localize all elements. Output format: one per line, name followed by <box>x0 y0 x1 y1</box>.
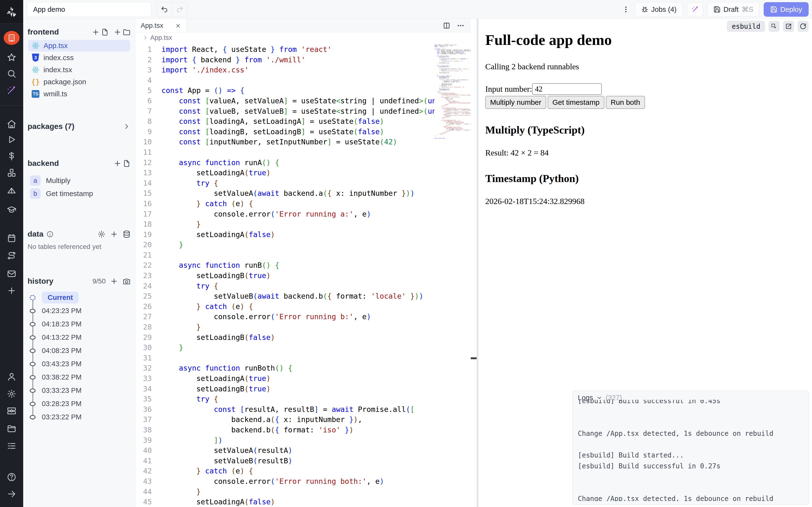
code-line[interactable]: 21 <box>135 250 435 261</box>
multiply-number-button[interactable]: Multiply number <box>485 96 546 109</box>
code-line[interactable]: 18 } <box>135 219 435 230</box>
code-line[interactable]: 45 setLoadingA(false) <box>135 497 435 507</box>
rail-item-search[interactable] <box>0 68 23 79</box>
rail-item-user[interactable] <box>0 371 23 382</box>
code-line[interactable]: 24 try { <box>135 281 435 291</box>
refresh-preview-button[interactable] <box>798 21 809 32</box>
rail-item-star[interactable] <box>0 52 23 63</box>
file-item-app-tsx[interactable]: App.tsx <box>28 40 130 51</box>
code-line[interactable]: 16 } catch (e) { <box>135 199 435 209</box>
history-entry[interactable]: 04:23:23 PM <box>28 304 131 318</box>
code-line[interactable]: 29 setLoadingB(false) <box>135 332 435 343</box>
code-line[interactable]: 34 setLoadingB(true) <box>135 384 435 394</box>
code-line[interactable]: 35 try { <box>135 394 435 404</box>
rail-item-mail[interactable] <box>0 269 23 279</box>
code-line[interactable]: 41 setValueB(resultB) <box>135 456 435 466</box>
code-line[interactable]: 15 setValueA(await backend.a({ x: inputN… <box>135 188 435 199</box>
rail-item-home[interactable] <box>0 119 23 129</box>
code-line[interactable]: 6 const [valueA, setValueA] = useState<s… <box>135 96 435 106</box>
code-line[interactable]: 33 setLoadingA(true) <box>135 374 435 384</box>
file-item-index-tsx[interactable]: index.tsx <box>28 64 130 75</box>
history-entry[interactable]: 04:08:23 PM <box>28 344 131 357</box>
add-runnable-button[interactable] <box>113 159 131 168</box>
draft-button[interactable]: Draft ⌘S <box>707 2 759 17</box>
inspect-element-button[interactable] <box>768 21 779 32</box>
code-line[interactable]: 26 } catch (e) { <box>135 301 435 312</box>
code-line[interactable]: 38 backend.b({ format: 'iso' }) <box>135 425 435 435</box>
rail-item-building-active[interactable] <box>0 31 23 45</box>
rail-item-route[interactable] <box>0 250 23 261</box>
input-number-field[interactable] <box>532 83 602 95</box>
rail-item-wand[interactable] <box>0 85 23 96</box>
add-snapshot-button[interactable] <box>110 277 118 285</box>
code-line[interactable]: 12 async function runA() { <box>135 158 435 168</box>
rail-item-dollar[interactable] <box>0 151 23 162</box>
code-line[interactable]: 19 setLoadingA(false) <box>135 230 435 240</box>
tab-app-tsx[interactable]: App.tsx <box>135 19 187 32</box>
ai-wand-button[interactable] <box>687 2 703 17</box>
code-line[interactable]: 1import React, { useState } from 'react' <box>135 44 435 55</box>
code-line[interactable]: 9 const [loadingB, setLoadingB] = useSta… <box>135 127 435 137</box>
code-line[interactable]: 28 } <box>135 322 435 332</box>
rail-item-calendar[interactable] <box>0 233 23 243</box>
editor-minimap[interactable]: import React, { useState } from 'react'i… <box>435 44 471 507</box>
code-line[interactable]: 43 console.error('Error running both:', … <box>135 476 435 487</box>
redo-button[interactable] <box>172 2 188 17</box>
rail-item-prism[interactable] <box>0 185 23 196</box>
rail-item-graduation-cap[interactable] <box>0 204 23 215</box>
resize-handle[interactable] <box>471 357 476 359</box>
file-item-index-css[interactable]: 3index.css <box>28 52 130 63</box>
deploy-button[interactable]: Deploy <box>764 2 809 17</box>
panel-resize-divider[interactable] <box>471 19 478 507</box>
history-entry[interactable]: 03:43:23 PM <box>28 357 131 371</box>
run-both-button[interactable]: Run both <box>606 96 645 109</box>
code-line[interactable]: 39 ]) <box>135 435 435 446</box>
rail-item-play[interactable] <box>0 134 23 145</box>
code-line[interactable]: 27 console.error('Error running b:', e) <box>135 312 435 322</box>
split-editor-icon[interactable] <box>443 22 451 30</box>
rail-item-arrow-right[interactable] <box>0 489 23 499</box>
code-line[interactable]: 25 setValueB(await backend.b({ format: '… <box>135 291 435 301</box>
history-entry[interactable]: 04:13:22 PM <box>28 331 131 344</box>
runnable-get-timestamp[interactable]: bGet timestamp <box>28 187 131 200</box>
rail-item-folder[interactable] <box>0 423 23 434</box>
get-timestamp-button[interactable]: Get timestamp <box>548 96 604 109</box>
rail-item-boxes[interactable] <box>0 168 23 178</box>
rail-item-help[interactable] <box>0 472 23 483</box>
code-line[interactable]: 11 <box>135 147 435 158</box>
history-entry[interactable]: 03:28:23 PM <box>28 397 131 410</box>
code-area[interactable]: 1import React, { useState } from 'react'… <box>135 43 471 507</box>
add-folder-button[interactable] <box>113 28 131 36</box>
camera-icon[interactable] <box>122 277 131 285</box>
add-file-button[interactable] <box>92 28 109 36</box>
code-line[interactable]: 32 async function runBoth() { <box>135 363 435 374</box>
chevron-right-icon[interactable] <box>122 122 131 131</box>
packages-section-header[interactable]: packages (7) <box>28 122 131 131</box>
history-current[interactable]: Current <box>28 291 131 304</box>
runnable-multiply[interactable]: aMultiply <box>28 174 131 187</box>
data-settings-button[interactable] <box>97 230 106 238</box>
code-line[interactable]: 5const App = () => { <box>135 86 435 96</box>
history-entry[interactable]: 03:33:23 PM <box>28 384 131 397</box>
code-line[interactable]: 36 const [resultA, resultB] = await Prom… <box>135 404 435 415</box>
code-line[interactable]: 7 const [valueB, setValueB] = useState<s… <box>135 106 435 117</box>
code-line[interactable]: 13 setLoadingA(true) <box>135 168 435 178</box>
history-entry[interactable]: 04:18:23 PM <box>28 318 131 331</box>
code-line[interactable]: 3import './index.css' <box>135 65 435 75</box>
code-line[interactable]: 31 <box>135 353 435 363</box>
rail-item-plus[interactable] <box>0 285 23 296</box>
rail-item-workers[interactable] <box>0 406 23 416</box>
code-line[interactable]: 37 backend.a({ x: inputNumber }), <box>135 414 435 425</box>
history-entry[interactable]: 03:38:22 PM <box>28 371 131 384</box>
rail-item-list[interactable] <box>0 441 23 451</box>
code-line[interactable]: 8 const [loadingA, setLoadingA] = useSta… <box>135 116 435 127</box>
code-line[interactable]: 2import { backend } from './wmill' <box>135 55 435 65</box>
windmill-logo[interactable] <box>0 0 23 24</box>
code-line[interactable]: 14 try { <box>135 178 435 188</box>
logs-output[interactable]: [esbuild] Build successful in 0.45s Chan… <box>572 400 809 501</box>
close-tab-icon[interactable] <box>175 23 181 29</box>
open-in-new-tab-button[interactable] <box>783 21 794 32</box>
undo-button[interactable] <box>157 2 172 17</box>
app-name-input[interactable] <box>27 2 151 17</box>
code-line[interactable]: 44 } <box>135 487 435 497</box>
